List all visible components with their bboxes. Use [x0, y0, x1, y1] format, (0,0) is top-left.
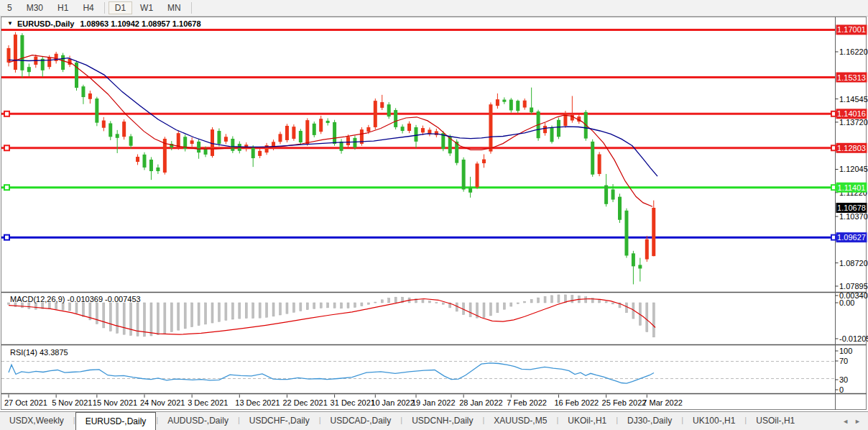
timeframe-button-h1[interactable]: H1	[51, 1, 75, 14]
svg-text:15 Nov 2021: 15 Nov 2021	[93, 398, 137, 407]
tab-ukoil-h1[interactable]: UKOil-,H1	[558, 412, 616, 430]
svg-text:31 Dec 2021: 31 Dec 2021	[331, 398, 375, 407]
svg-text:1.12803: 1.12803	[837, 144, 866, 152]
toolbar-separator	[191, 2, 192, 14]
macd-indicator-label: MACD(12,26,9) -0.010369 -0.007453	[10, 295, 141, 303]
tab-usdchf-daily[interactable]: USDCHF-,Daily	[240, 412, 319, 430]
mt4-terminal: 5M30H1H4D1W1MN 0.0034080.00-0.0120541007…	[0, 0, 868, 430]
timeframe-button-w1[interactable]: W1	[134, 1, 160, 14]
svg-text:27 Oct 2021: 27 Oct 2021	[4, 398, 47, 407]
svg-text:28 Jan 2022: 28 Jan 2022	[459, 398, 503, 407]
timeframe-button-d1[interactable]: D1	[108, 1, 132, 14]
svg-text:5 Nov 2021: 5 Nov 2021	[52, 398, 92, 407]
chart-tabs-bar: USDX,Weekly|EURUSD-,Daily|AUDUSD-,Daily|…	[0, 411, 868, 430]
chart-symbol-label: EURUSD-,Daily	[17, 19, 74, 28]
chart-window: 0.0034080.00-0.012054100703001.162201.14…	[0, 17, 868, 411]
svg-text:16 Feb 2022: 16 Feb 2022	[554, 398, 599, 407]
timeframe-toolbar: 5M30H1H4D1W1MN	[0, 0, 868, 17]
tab-usdcnh-daily[interactable]: USDCNH-,Daily	[402, 412, 482, 430]
svg-text:1.07895: 1.07895	[839, 282, 868, 291]
svg-text:19 Jan 2022: 19 Jan 2022	[412, 398, 456, 407]
price-chart-canvas[interactable]: 0.0034080.00-0.012054100703001.162201.14…	[0, 17, 868, 411]
timeframe-button-m30[interactable]: M30	[20, 1, 50, 14]
svg-text:70: 70	[839, 357, 848, 365]
tab-uk100-h1[interactable]: UK100-,H1	[683, 412, 744, 430]
svg-text:1.14545: 1.14545	[839, 95, 868, 104]
tab-eurusd-daily[interactable]: EURUSD-,Daily	[75, 412, 157, 430]
svg-text:1.10370: 1.10370	[839, 212, 868, 221]
svg-text:7 Feb 2022: 7 Feb 2022	[507, 398, 547, 407]
tab-dj30-daily[interactable]: DJ30-,Daily	[618, 412, 681, 430]
rsi-indicator-label: RSI(14) 43.3875	[10, 348, 68, 357]
svg-text:1.15313: 1.15313	[837, 73, 866, 82]
timeframe-button-5[interactable]: 5	[1, 1, 19, 14]
svg-text:24 Nov 2021: 24 Nov 2021	[140, 398, 185, 407]
svg-text:1.16220: 1.16220	[839, 47, 868, 56]
svg-text:10 Jan 2022: 10 Jan 2022	[371, 398, 415, 407]
chart-title: ▼ EURUSD-,Daily 1.08963 1.10942 1.08957 …	[7, 19, 201, 28]
svg-text:1.10678: 1.10678	[837, 203, 866, 212]
tab-scroll-arrows[interactable]: ◄►	[835, 412, 868, 430]
chart-dropdown-icon[interactable]: ▼	[7, 20, 13, 27]
svg-text:25 Feb 2022: 25 Feb 2022	[602, 398, 647, 407]
svg-text:1.11401: 1.11401	[838, 183, 866, 192]
timeframe-button-mn[interactable]: MN	[161, 1, 188, 14]
svg-text:1.13720: 1.13720	[839, 118, 868, 127]
timeframe-button-h4[interactable]: H4	[76, 1, 100, 14]
tab-usdcad-daily[interactable]: USDCAD-,Daily	[321, 412, 401, 430]
svg-text:-0.012054: -0.012054	[839, 334, 868, 343]
tab-usdx-weekly[interactable]: USDX,Weekly	[0, 412, 73, 430]
svg-text:22 Dec 2021: 22 Dec 2021	[282, 398, 327, 407]
svg-text:0: 0	[839, 385, 844, 394]
svg-text:13 Dec 2021: 13 Dec 2021	[235, 398, 280, 407]
tab-audusd-daily[interactable]: AUDUSD-,Daily	[158, 412, 238, 430]
svg-text:7 Mar 2022: 7 Mar 2022	[642, 398, 683, 407]
toolbar-separator	[104, 2, 105, 14]
chart-ohlc-values: 1.08963 1.10942 1.08957 1.10678	[80, 19, 200, 28]
svg-text:1.14016: 1.14016	[837, 109, 866, 118]
tab-xauusd-m5[interactable]: XAUUSD-,M5	[484, 412, 556, 430]
svg-text:3 Dec 2021: 3 Dec 2021	[188, 398, 228, 407]
svg-text:0.00: 0.00	[839, 298, 854, 307]
svg-text:1.09627: 1.09627	[837, 233, 866, 242]
svg-text:30: 30	[839, 375, 848, 384]
svg-text:100: 100	[839, 347, 852, 355]
tab-usoil-h1[interactable]: USOil-,H1	[747, 412, 804, 430]
tab-scroll-left-icon[interactable]: ◄	[842, 418, 849, 425]
tab-scroll-right-icon[interactable]: ►	[854, 418, 861, 425]
svg-text:1.08720: 1.08720	[839, 259, 868, 267]
svg-text:1.17001: 1.17001	[837, 25, 866, 34]
svg-text:1.12045: 1.12045	[839, 165, 868, 173]
